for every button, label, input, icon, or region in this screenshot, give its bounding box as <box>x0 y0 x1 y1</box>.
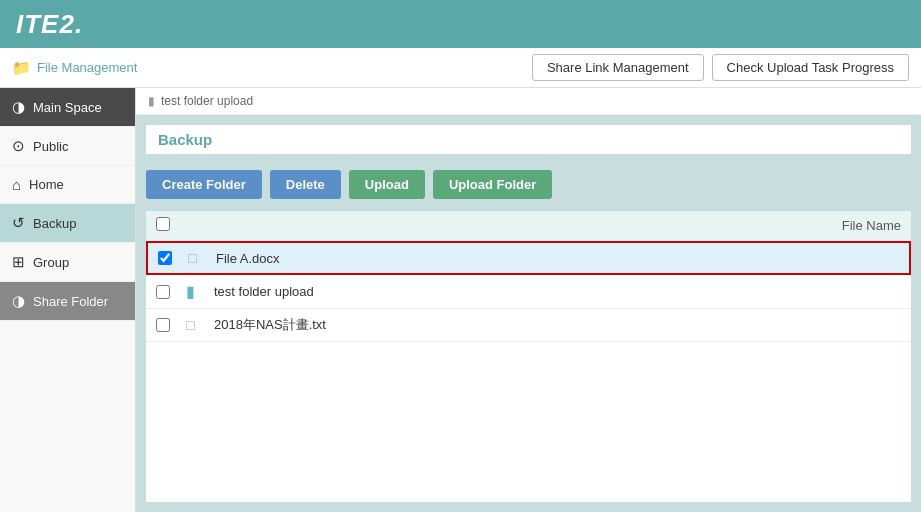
content-area: ▮ test folder upload Backup Create Folde… <box>136 88 921 512</box>
sidebar-item-group[interactable]: ⊞ Group <box>0 243 135 282</box>
file-management-label: File Management <box>37 60 137 75</box>
backup-icon: ↺ <box>12 214 25 232</box>
sidebar: ◑ Main Space ⊙ Public ⌂ Home ↺ Backup ⊞ … <box>0 88 136 512</box>
main-layout: ◑ Main Space ⊙ Public ⌂ Home ↺ Backup ⊞ … <box>0 88 921 512</box>
header: ITE2. <box>0 0 921 48</box>
sidebar-item-public[interactable]: ⊙ Public <box>0 127 135 166</box>
sidebar-item-label-home: Home <box>29 177 64 192</box>
main-space-icon: ◑ <box>12 98 25 116</box>
sidebar-item-label-share-folder: Share Folder <box>33 294 108 309</box>
sidebar-item-label-backup: Backup <box>33 216 76 231</box>
share-folder-icon: ◑ <box>12 292 25 310</box>
folder-icon: 📁 <box>12 59 31 77</box>
sidebar-item-label-main-space: Main Space <box>33 100 102 115</box>
logo: ITE2. <box>16 9 83 40</box>
sidebar-item-label-public: Public <box>33 139 68 154</box>
file-management-nav: 📁 File Management <box>12 59 137 77</box>
upload-button[interactable]: Upload <box>349 170 425 199</box>
home-icon: ⌂ <box>12 176 21 193</box>
public-icon: ⊙ <box>12 137 25 155</box>
sidebar-item-share-folder[interactable]: ◑ Share Folder <box>0 282 135 321</box>
file-name-cell: File A.docx <box>216 251 899 266</box>
sidebar-item-label-group: Group <box>33 255 69 270</box>
toolbar: Create Folder Delete Upload Upload Folde… <box>146 162 911 203</box>
file-checkbox-3[interactable] <box>156 318 170 332</box>
breadcrumb-folder-name: test folder upload <box>161 94 253 108</box>
file-list: File Name □ File A.docx <box>146 211 911 502</box>
delete-button[interactable]: Delete <box>270 170 341 199</box>
file-icon: □ <box>186 317 194 333</box>
create-folder-button[interactable]: Create Folder <box>146 170 262 199</box>
folder-icon: ▮ <box>186 282 195 301</box>
navbar: 📁 File Management Share Link Management … <box>0 48 921 88</box>
file-name-cell: 2018年NAS計畫.txt <box>214 316 901 334</box>
sidebar-item-home[interactable]: ⌂ Home <box>0 166 135 204</box>
file-checkbox-2[interactable] <box>156 285 170 299</box>
file-panel: Backup Create Folder Delete Upload Uploa… <box>136 115 921 512</box>
group-icon: ⊞ <box>12 253 25 271</box>
check-upload-task-button[interactable]: Check Upload Task Progress <box>712 54 909 81</box>
table-row[interactable]: ▮ test folder upload <box>146 275 911 309</box>
file-list-header: File Name <box>146 211 911 241</box>
select-all-checkbox[interactable] <box>156 217 170 231</box>
breadcrumb: ▮ test folder upload <box>136 88 921 115</box>
file-icon: □ <box>188 250 196 266</box>
sidebar-item-main-space[interactable]: ◑ Main Space <box>0 88 135 127</box>
table-row[interactable]: □ File A.docx <box>146 241 911 275</box>
sidebar-item-backup[interactable]: ↺ Backup <box>0 204 135 243</box>
file-name-cell: test folder upload <box>214 284 901 299</box>
file-name-column-header: File Name <box>186 218 901 233</box>
share-link-management-button[interactable]: Share Link Management <box>532 54 704 81</box>
breadcrumb-folder-icon: ▮ <box>148 94 155 108</box>
file-checkbox-1[interactable] <box>158 251 172 265</box>
upload-folder-button[interactable]: Upload Folder <box>433 170 552 199</box>
panel-title: Backup <box>146 125 911 154</box>
table-row[interactable]: □ 2018年NAS計畫.txt <box>146 309 911 342</box>
